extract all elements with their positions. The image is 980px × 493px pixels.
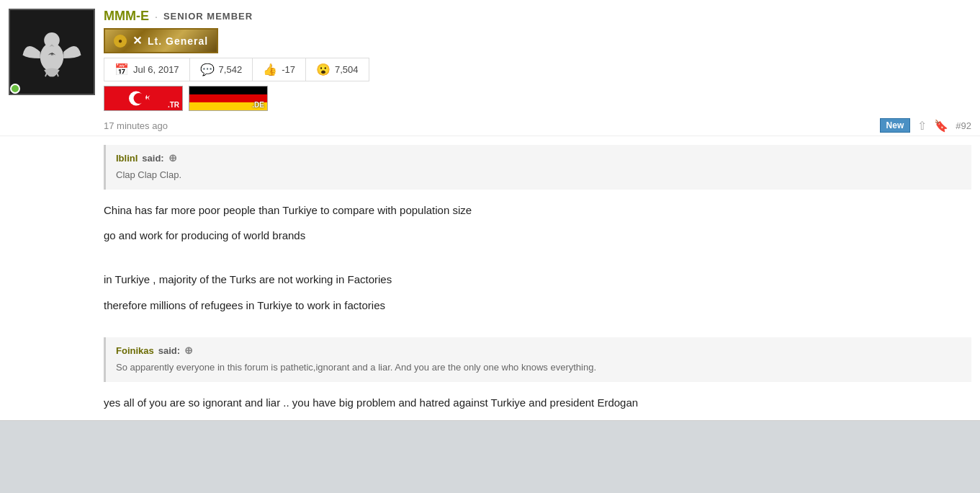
flag-de-label: .DE [252, 101, 264, 109]
flag-tr: .TR [104, 86, 183, 111]
post-line-2: go and work for producing of world brand… [104, 226, 971, 245]
messages-count: 7,542 [219, 64, 243, 75]
post-actions: New ⇧ 🔖 #92 [880, 118, 971, 133]
post-line-5: yes all of you are so ignorant and liar … [104, 394, 971, 412]
quote-text-2: So apparently everyone in this forum is … [116, 360, 961, 375]
messages-icon: 💬 [200, 63, 215, 76]
user-info: MMM-E · SENIOR MEMBER ● ✕ Lt. General 📅 [104, 9, 971, 111]
flag-tr-label: .TR [168, 101, 179, 109]
quote-said-label-2: said: [158, 345, 180, 356]
quote-arrow-1: ⊕ [168, 152, 177, 164]
post-meta-row: 17 minutes ago New ⇧ 🔖 #92 [0, 115, 980, 136]
member-type: SENIOR MEMBER [163, 11, 253, 22]
quote-block-1: IblinI said: ⊕ Clap Clap Clap. [104, 145, 971, 190]
stat-messages: 💬 7,542 [190, 58, 253, 81]
join-date-value: Jul 6, 2017 [133, 64, 179, 75]
quote-said-label-1: said: [142, 153, 163, 164]
flags-row: .TR .DE [104, 86, 971, 111]
post-line-4: therefore millions of refugees in Turkiy… [104, 296, 971, 315]
post-number: #92 [956, 120, 971, 131]
username-row: MMM-E · SENIOR MEMBER [104, 9, 971, 24]
post-header: MMM-E · SENIOR MEMBER ● ✕ Lt. General 📅 [0, 0, 980, 111]
likes-count: -17 [282, 64, 295, 75]
post-container: MMM-E · SENIOR MEMBER ● ✕ Lt. General 📅 [0, 0, 980, 421]
avatar-emblem [19, 19, 84, 84]
avatar [9, 9, 95, 95]
username[interactable]: MMM-E [104, 9, 149, 24]
post-body: IblinI said: ⊕ Clap Clap Clap. China has… [0, 136, 980, 420]
quote-author-2-link[interactable]: Foinikas [116, 345, 154, 356]
quote-attribution-1: IblinI said: ⊕ [116, 152, 961, 164]
rank-x-icon: ✕ [132, 34, 142, 48]
quote-arrow-2: ⊕ [184, 345, 193, 356]
likes-icon: 👍 [263, 63, 277, 76]
new-badge: New [880, 118, 911, 133]
share-icon[interactable]: ⇧ [917, 119, 927, 133]
calendar-icon: 📅 [114, 63, 129, 76]
post-line-3: in Turkiye , majority of the Turks are n… [104, 270, 971, 289]
reactions-count: 7,504 [335, 64, 359, 75]
rank-title: Lt. General [148, 35, 208, 47]
quote-author-1-link[interactable]: IblinI [116, 153, 138, 164]
post-text-2: yes all of you are so ignorant and liar … [104, 394, 971, 412]
rank-icons: ● [114, 35, 127, 48]
quote-attribution-2: Foinikas said: ⊕ [116, 345, 961, 356]
stat-reactions: 😮 7,504 [306, 58, 369, 81]
username-separator: · [155, 11, 158, 22]
rank-badge: ● ✕ Lt. General [104, 28, 218, 53]
stat-likes: 👍 -17 [253, 58, 306, 81]
avatar-wrap [9, 9, 95, 95]
post-text-1: China has far more poor people than Turk… [104, 201, 971, 315]
bookmark-icon[interactable]: 🔖 [934, 119, 948, 133]
post-time: 17 minutes ago [104, 120, 168, 131]
rank-coin-1: ● [114, 35, 127, 48]
svg-point-7 [134, 93, 145, 104]
quote-text-1: Clap Clap Clap. [116, 168, 961, 182]
online-indicator [10, 84, 20, 94]
post-line-1: China has far more poor people than Turk… [104, 201, 971, 220]
post-header-outer: MMM-E · SENIOR MEMBER ● ✕ Lt. General 📅 [0, 0, 980, 136]
flag-de: .DE [189, 86, 268, 111]
quote-block-2: Foinikas said: ⊕ So apparently everyone … [104, 337, 971, 382]
stat-join-date: 📅 Jul 6, 2017 [104, 58, 190, 81]
reactions-icon: 😮 [316, 63, 331, 76]
stats-row: 📅 Jul 6, 2017 💬 7,542 👍 -17 😮 7,504 [104, 58, 369, 81]
